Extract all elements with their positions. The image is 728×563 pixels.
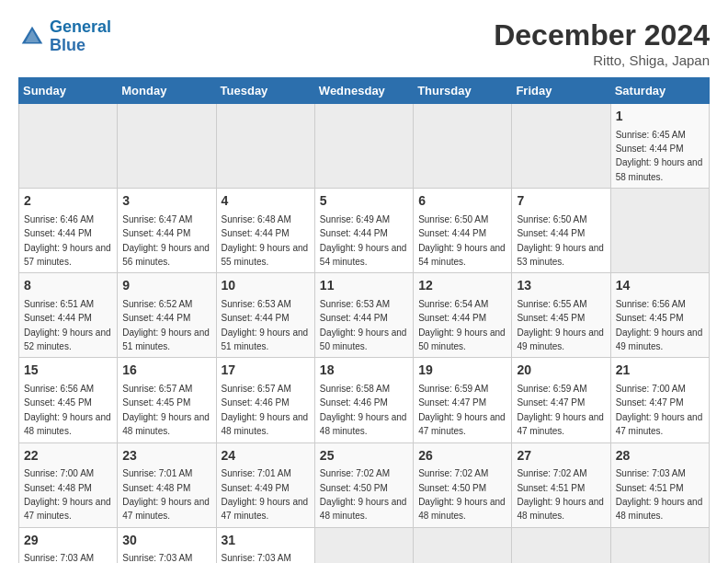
calendar-cell	[216, 104, 314, 189]
day-number: 29	[24, 532, 112, 550]
day-number: 8	[24, 277, 112, 295]
day-info: Sunrise: 6:51 AMSunset: 4:44 PMDaylight:…	[24, 299, 111, 351]
calendar-cell: 24 Sunrise: 7:01 AMSunset: 4:49 PMDaylig…	[216, 442, 314, 527]
calendar-cell	[414, 104, 512, 189]
calendar-cell: 25 Sunrise: 7:02 AMSunset: 4:50 PMDaylig…	[314, 442, 413, 527]
day-info: Sunrise: 6:59 AMSunset: 4:47 PMDaylight:…	[517, 384, 604, 436]
day-info: Sunrise: 6:59 AMSunset: 4:47 PMDaylight:…	[418, 384, 506, 436]
calendar-cell	[118, 104, 216, 189]
day-info: Sunrise: 6:57 AMSunset: 4:46 PMDaylight:…	[222, 384, 309, 436]
day-info: Sunrise: 6:56 AMSunset: 4:45 PMDaylight:…	[616, 299, 703, 351]
calendar-cell: 1 Sunrise: 6:45 AMSunset: 4:44 PMDayligh…	[610, 104, 709, 189]
day-info: Sunrise: 6:50 AMSunset: 4:44 PMDaylight:…	[517, 214, 604, 267]
day-info: Sunrise: 7:01 AMSunset: 4:49 PMDaylight:…	[222, 468, 309, 521]
day-info: Sunrise: 7:03 AMSunset: 4:54 PMDaylight:…	[222, 553, 309, 563]
header-thursday: Thursday	[414, 78, 512, 104]
calendar-cell: 31 Sunrise: 7:03 AMSunset: 4:54 PMDaylig…	[216, 527, 314, 563]
day-info: Sunrise: 6:55 AMSunset: 4:45 PMDaylight:…	[517, 299, 604, 351]
calendar-cell	[314, 527, 413, 563]
week-row-4: 15 Sunrise: 6:56 AMSunset: 4:45 PMDaylig…	[19, 358, 710, 442]
calendar-cell: 15 Sunrise: 6:56 AMSunset: 4:45 PMDaylig…	[19, 358, 118, 442]
calendar-table: SundayMondayTuesdayWednesdayThursdayFrid…	[18, 77, 710, 563]
calendar-cell: 29 Sunrise: 7:03 AMSunset: 4:52 PMDaylig…	[19, 527, 118, 563]
day-number: 24	[222, 447, 310, 465]
day-info: Sunrise: 6:45 AMSunset: 4:44 PMDaylight:…	[616, 130, 703, 182]
day-info: Sunrise: 6:56 AMSunset: 4:45 PMDaylight:…	[24, 384, 111, 436]
day-number: 2	[24, 192, 112, 211]
header-monday: Monday	[118, 78, 216, 104]
day-info: Sunrise: 7:01 AMSunset: 4:48 PMDaylight:…	[122, 468, 210, 521]
day-number: 17	[222, 362, 310, 380]
calendar-header-row: SundayMondayTuesdayWednesdayThursdayFrid…	[19, 78, 710, 104]
day-number: 16	[122, 362, 210, 380]
week-row-5: 22 Sunrise: 7:00 AMSunset: 4:48 PMDaylig…	[19, 442, 710, 527]
month-title: December 2024	[494, 18, 710, 52]
calendar-cell: 9 Sunrise: 6:52 AMSunset: 4:44 PMDayligh…	[118, 273, 216, 358]
calendar-cell: 3 Sunrise: 6:47 AMSunset: 4:44 PMDayligh…	[118, 189, 216, 273]
week-row-1: 1 Sunrise: 6:45 AMSunset: 4:44 PMDayligh…	[19, 104, 710, 189]
header-friday: Friday	[512, 78, 610, 104]
day-number: 4	[222, 192, 310, 211]
day-info: Sunrise: 7:03 AMSunset: 4:51 PMDaylight:…	[616, 468, 703, 521]
calendar-cell: 11 Sunrise: 6:53 AMSunset: 4:44 PMDaylig…	[314, 273, 413, 358]
day-info: Sunrise: 7:03 AMSunset: 4:53 PMDaylight:…	[122, 553, 210, 563]
calendar-cell: 21 Sunrise: 7:00 AMSunset: 4:47 PMDaylig…	[610, 358, 709, 442]
header-saturday: Saturday	[610, 78, 709, 104]
header-wednesday: Wednesday	[314, 78, 413, 104]
day-info: Sunrise: 6:52 AMSunset: 4:44 PMDaylight:…	[122, 299, 210, 351]
calendar-body: 1 Sunrise: 6:45 AMSunset: 4:44 PMDayligh…	[19, 104, 710, 564]
day-number: 11	[320, 277, 408, 295]
day-info: Sunrise: 7:02 AMSunset: 4:51 PMDaylight:…	[517, 468, 604, 521]
day-info: Sunrise: 6:49 AMSunset: 4:44 PMDaylight:…	[320, 214, 407, 267]
calendar-cell	[610, 189, 709, 273]
calendar-cell	[314, 104, 413, 189]
day-number: 26	[418, 447, 506, 465]
day-info: Sunrise: 7:00 AMSunset: 4:48 PMDaylight:…	[24, 468, 111, 521]
day-info: Sunrise: 7:03 AMSunset: 4:52 PMDaylight:…	[24, 553, 111, 563]
day-info: Sunrise: 7:00 AMSunset: 4:47 PMDaylight:…	[616, 384, 703, 436]
day-number: 15	[24, 362, 112, 380]
calendar-cell: 2 Sunrise: 6:46 AMSunset: 4:44 PMDayligh…	[19, 189, 118, 273]
day-number: 5	[320, 192, 408, 211]
day-number: 12	[418, 277, 506, 295]
calendar-cell: 20 Sunrise: 6:59 AMSunset: 4:47 PMDaylig…	[512, 358, 610, 442]
day-number: 21	[616, 362, 704, 380]
day-number: 30	[122, 532, 210, 550]
day-number: 9	[122, 277, 210, 295]
day-number: 14	[616, 277, 704, 295]
day-number: 10	[222, 277, 310, 295]
logo-icon	[18, 23, 46, 51]
calendar-cell: 8 Sunrise: 6:51 AMSunset: 4:44 PMDayligh…	[19, 273, 118, 358]
calendar-cell: 6 Sunrise: 6:50 AMSunset: 4:44 PMDayligh…	[414, 189, 512, 273]
calendar-cell: 13 Sunrise: 6:55 AMSunset: 4:45 PMDaylig…	[512, 273, 610, 358]
day-info: Sunrise: 6:47 AMSunset: 4:44 PMDaylight:…	[122, 214, 210, 267]
day-number: 27	[517, 447, 605, 465]
day-number: 22	[24, 447, 112, 465]
day-number: 19	[418, 362, 506, 380]
page-header: General Blue December 2024 Ritto, Shiga,…	[18, 18, 710, 68]
day-info: Sunrise: 6:57 AMSunset: 4:45 PMDaylight:…	[122, 384, 210, 436]
day-info: Sunrise: 6:46 AMSunset: 4:44 PMDaylight:…	[24, 214, 111, 267]
calendar-cell: 23 Sunrise: 7:01 AMSunset: 4:48 PMDaylig…	[118, 442, 216, 527]
day-info: Sunrise: 6:58 AMSunset: 4:46 PMDaylight:…	[320, 384, 407, 436]
logo: General Blue	[18, 18, 111, 55]
day-number: 18	[320, 362, 408, 380]
day-number: 28	[616, 447, 704, 465]
day-info: Sunrise: 7:02 AMSunset: 4:50 PMDaylight:…	[320, 468, 407, 521]
calendar-cell: 16 Sunrise: 6:57 AMSunset: 4:45 PMDaylig…	[118, 358, 216, 442]
calendar-cell: 17 Sunrise: 6:57 AMSunset: 4:46 PMDaylig…	[216, 358, 314, 442]
day-number: 1	[616, 108, 704, 126]
week-row-2: 2 Sunrise: 6:46 AMSunset: 4:44 PMDayligh…	[19, 189, 710, 273]
calendar-cell: 10 Sunrise: 6:53 AMSunset: 4:44 PMDaylig…	[216, 273, 314, 358]
day-number: 20	[517, 362, 605, 380]
calendar-cell	[414, 527, 512, 563]
day-info: Sunrise: 6:48 AMSunset: 4:44 PMDaylight:…	[222, 214, 309, 267]
calendar-cell: 7 Sunrise: 6:50 AMSunset: 4:44 PMDayligh…	[512, 189, 610, 273]
logo-text: General Blue	[50, 18, 111, 55]
calendar-cell: 14 Sunrise: 6:56 AMSunset: 4:45 PMDaylig…	[610, 273, 709, 358]
calendar-cell: 26 Sunrise: 7:02 AMSunset: 4:50 PMDaylig…	[414, 442, 512, 527]
day-number: 25	[320, 447, 408, 465]
location-title: Ritto, Shiga, Japan	[494, 52, 710, 68]
day-number: 7	[517, 192, 605, 211]
calendar-cell: 5 Sunrise: 6:49 AMSunset: 4:44 PMDayligh…	[314, 189, 413, 273]
